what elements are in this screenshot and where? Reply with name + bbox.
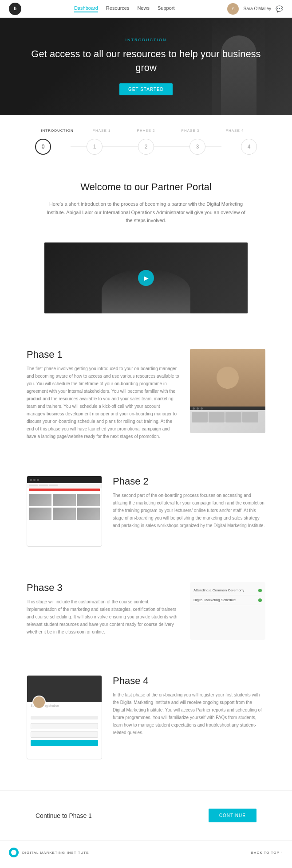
phase2-grid-4 xyxy=(29,508,51,520)
step-circle-1[interactable]: 1 xyxy=(87,139,103,155)
phase2-dot-2 xyxy=(33,479,36,481)
steps-circles: 0 1 2 3 4 xyxy=(9,139,283,155)
phase1-description: The first phase involves getting you int… xyxy=(27,365,179,440)
step-circle-0[interactable]: 0 xyxy=(35,139,51,155)
step-label-3: Phase 3 xyxy=(168,129,213,133)
hero-content: Introduction Get access to all our resou… xyxy=(0,38,292,96)
phase1-thumb-2 xyxy=(209,412,225,422)
phase3-row-1-text: Attending a Common Ceremony xyxy=(193,588,244,592)
phase4-title: Phase 4 xyxy=(113,675,265,687)
step-circle-3[interactable]: 3 xyxy=(189,139,205,155)
phase1-face-circle xyxy=(217,367,239,389)
phase1-face xyxy=(190,349,265,407)
phase1-dot-3 xyxy=(201,407,203,410)
phase2-dot-3 xyxy=(37,479,39,481)
phase2-nav-3 xyxy=(49,485,58,486)
phase3-section: Phase 3 This stage will include the cust… xyxy=(0,569,292,653)
phase1-text: Phase 1 The first phase involves getting… xyxy=(27,349,179,440)
phase4-description: In the last phase of the on-boarding you… xyxy=(113,691,265,736)
phase3-row-2: Digital Marketing Schedule xyxy=(193,595,262,605)
nav-logo: b xyxy=(9,3,21,15)
phase1-bar xyxy=(190,407,265,410)
phase4-field-1[interactable] xyxy=(31,723,98,729)
phase4-image: Student Registration xyxy=(27,675,102,759)
step-label-1: Phase 1 xyxy=(79,129,124,133)
phase1-dot-2 xyxy=(197,407,199,410)
welcome-section: Welcome to our Partner Portal Here's a s… xyxy=(0,164,292,238)
get-started-button[interactable]: Get Started xyxy=(119,83,173,95)
step-circle-4[interactable]: 4 xyxy=(241,139,257,155)
phase1-dot-1 xyxy=(193,407,195,410)
avatar: S xyxy=(227,3,239,15)
phase3-row-2-text: Digital Marketing Schedule xyxy=(193,598,236,602)
phase2-header xyxy=(27,476,102,483)
footer-logo-inner xyxy=(11,850,16,855)
phase3-description: This stage will include the customizatio… xyxy=(27,598,179,636)
phase1-thumb-1 xyxy=(192,412,208,422)
phase2-grid-3 xyxy=(77,494,100,506)
welcome-title: Welcome to our Partner Portal xyxy=(44,181,248,193)
phase3-img-container: Attending a Common Ceremony Digital Mark… xyxy=(190,582,265,640)
phase4-content xyxy=(27,707,102,750)
nav-link-support[interactable]: Support xyxy=(158,5,175,12)
phase3-title: Phase 3 xyxy=(27,582,179,594)
phase3-image: Attending a Common Ceremony Digital Mark… xyxy=(190,582,265,640)
back-to-top-button[interactable]: Back to Top ↑ xyxy=(251,851,283,855)
phase2-nav-2 xyxy=(39,485,48,486)
phase4-title-bar xyxy=(31,716,98,719)
footer: Digital Marketing Institute Back to Top … xyxy=(0,840,292,864)
steps-labels: Introduction Phase 1 Phase 2 Phase 3 Pha… xyxy=(9,129,283,133)
nav-links: Dashboard Resources News Support xyxy=(74,5,174,12)
step-label-intro: Introduction xyxy=(35,129,79,133)
nav-link-dashboard[interactable]: Dashboard xyxy=(74,5,98,12)
footer-logo: Digital Marketing Institute xyxy=(9,848,89,857)
hero-title: Get access to all our resources to help … xyxy=(27,47,265,75)
navbar: b Dashboard Resources News Support S Sar… xyxy=(0,0,292,18)
cta-text: Continue to Phase 1 xyxy=(36,812,92,819)
hero-section: Introduction Get access to all our resou… xyxy=(0,18,292,115)
phase2-grid-2 xyxy=(53,494,75,506)
intro-label: Introduction xyxy=(27,38,265,42)
phase4-field-2[interactable] xyxy=(31,731,98,738)
phase4-header xyxy=(27,676,102,702)
phase4-img-container: Student Registration xyxy=(27,675,102,759)
phase3-status-2 xyxy=(258,598,262,602)
phase1-thumb-3 xyxy=(225,412,241,422)
continue-button[interactable]: Continue xyxy=(209,809,256,822)
phase3-text: Phase 3 This stage will include the cust… xyxy=(27,582,179,636)
phase2-grid-5 xyxy=(53,508,75,520)
video-section: ▶ xyxy=(0,238,292,327)
phase3-status-1 xyxy=(258,589,262,592)
phase2-nav-1 xyxy=(29,485,38,486)
phase2-grid-6 xyxy=(77,508,100,520)
nav-link-resources[interactable]: Resources xyxy=(106,5,130,12)
phase1-section: Phase 1 The first phase involves getting… xyxy=(0,336,292,454)
video-player[interactable]: ▶ xyxy=(44,242,248,313)
user-name: Sara O'Malley xyxy=(243,6,271,11)
phase4-submit-button[interactable] xyxy=(31,740,98,746)
phase3-row-1: Attending a Common Ceremony xyxy=(193,586,262,595)
phase1-title: Phase 1 xyxy=(27,349,179,360)
step-circle-2[interactable]: 2 xyxy=(138,139,154,155)
play-button[interactable]: ▶ xyxy=(138,270,154,286)
steps-section: Introduction Phase 1 Phase 2 Phase 3 Pha… xyxy=(0,115,292,164)
phase2-text: Phase 2 The second part of the on-boardi… xyxy=(113,476,265,529)
welcome-description: Here's a short introduction to the proce… xyxy=(44,200,248,225)
footer-logo-circle xyxy=(9,848,19,857)
phase4-text: Phase 4 In the last phase of the on-boar… xyxy=(113,675,265,736)
phase2-dot-1 xyxy=(30,479,32,481)
phase2-grid xyxy=(27,492,102,522)
phase2-section: Phase 2 The second part of the on-boardi… xyxy=(0,462,292,560)
phase1-thumb-4 xyxy=(242,412,258,422)
nav-link-news[interactable]: News xyxy=(137,5,150,12)
phase2-red-bar xyxy=(29,489,100,491)
phase2-title: Phase 2 xyxy=(113,476,265,487)
phase2-image xyxy=(27,476,102,547)
logo-text: b xyxy=(14,6,16,11)
phase1-img-container xyxy=(190,349,265,433)
phase2-description: The second part of the on-boarding proce… xyxy=(113,492,265,529)
chat-icon[interactable]: 💬 xyxy=(276,5,283,12)
phase1-image xyxy=(190,349,265,433)
step-label-4: Phase 4 xyxy=(213,129,257,133)
phase4-section: Phase 4 In the last phase of the on-boar… xyxy=(0,662,292,773)
